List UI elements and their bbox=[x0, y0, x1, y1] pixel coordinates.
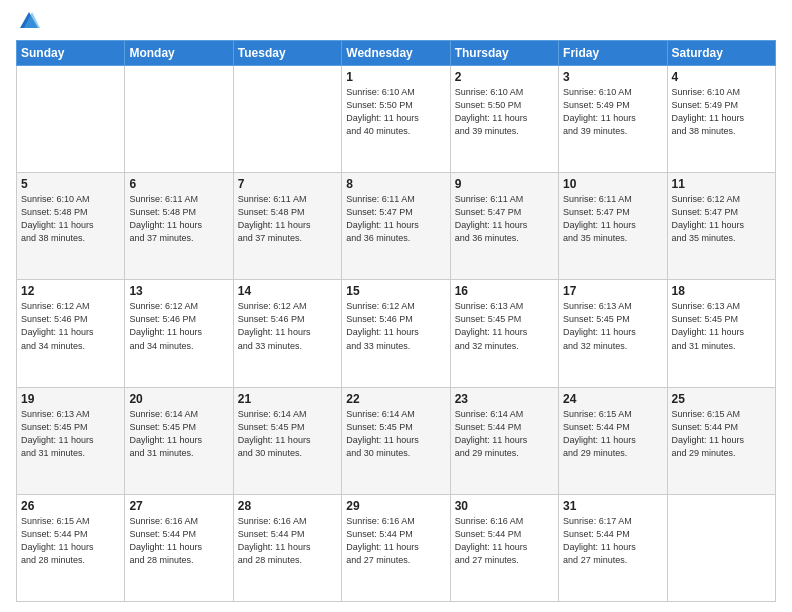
calendar-cell: 28Sunrise: 6:16 AM Sunset: 5:44 PM Dayli… bbox=[233, 494, 341, 601]
day-info: Sunrise: 6:12 AM Sunset: 5:46 PM Dayligh… bbox=[346, 300, 445, 352]
calendar-day-header: Wednesday bbox=[342, 41, 450, 66]
day-number: 9 bbox=[455, 177, 554, 191]
day-number: 28 bbox=[238, 499, 337, 513]
day-number: 26 bbox=[21, 499, 120, 513]
day-number: 15 bbox=[346, 284, 445, 298]
calendar-cell bbox=[17, 66, 125, 173]
day-number: 12 bbox=[21, 284, 120, 298]
calendar-cell: 17Sunrise: 6:13 AM Sunset: 5:45 PM Dayli… bbox=[559, 280, 667, 387]
calendar-cell: 6Sunrise: 6:11 AM Sunset: 5:48 PM Daylig… bbox=[125, 173, 233, 280]
calendar-cell: 1Sunrise: 6:10 AM Sunset: 5:50 PM Daylig… bbox=[342, 66, 450, 173]
day-info: Sunrise: 6:11 AM Sunset: 5:48 PM Dayligh… bbox=[129, 193, 228, 245]
calendar-cell: 10Sunrise: 6:11 AM Sunset: 5:47 PM Dayli… bbox=[559, 173, 667, 280]
calendar-cell: 15Sunrise: 6:12 AM Sunset: 5:46 PM Dayli… bbox=[342, 280, 450, 387]
day-number: 11 bbox=[672, 177, 771, 191]
calendar-cell: 5Sunrise: 6:10 AM Sunset: 5:48 PM Daylig… bbox=[17, 173, 125, 280]
day-info: Sunrise: 6:17 AM Sunset: 5:44 PM Dayligh… bbox=[563, 515, 662, 567]
day-number: 8 bbox=[346, 177, 445, 191]
day-info: Sunrise: 6:14 AM Sunset: 5:44 PM Dayligh… bbox=[455, 408, 554, 460]
calendar-cell: 11Sunrise: 6:12 AM Sunset: 5:47 PM Dayli… bbox=[667, 173, 775, 280]
calendar-cell: 30Sunrise: 6:16 AM Sunset: 5:44 PM Dayli… bbox=[450, 494, 558, 601]
day-number: 19 bbox=[21, 392, 120, 406]
day-info: Sunrise: 6:15 AM Sunset: 5:44 PM Dayligh… bbox=[563, 408, 662, 460]
day-number: 22 bbox=[346, 392, 445, 406]
calendar-cell: 26Sunrise: 6:15 AM Sunset: 5:44 PM Dayli… bbox=[17, 494, 125, 601]
calendar-cell: 2Sunrise: 6:10 AM Sunset: 5:50 PM Daylig… bbox=[450, 66, 558, 173]
calendar-week-row: 12Sunrise: 6:12 AM Sunset: 5:46 PM Dayli… bbox=[17, 280, 776, 387]
calendar-cell: 22Sunrise: 6:14 AM Sunset: 5:45 PM Dayli… bbox=[342, 387, 450, 494]
day-info: Sunrise: 6:11 AM Sunset: 5:47 PM Dayligh… bbox=[563, 193, 662, 245]
day-number: 3 bbox=[563, 70, 662, 84]
calendar-cell: 27Sunrise: 6:16 AM Sunset: 5:44 PM Dayli… bbox=[125, 494, 233, 601]
calendar-table: SundayMondayTuesdayWednesdayThursdayFrid… bbox=[16, 40, 776, 602]
calendar-day-header: Tuesday bbox=[233, 41, 341, 66]
day-info: Sunrise: 6:11 AM Sunset: 5:47 PM Dayligh… bbox=[346, 193, 445, 245]
calendar-cell: 7Sunrise: 6:11 AM Sunset: 5:48 PM Daylig… bbox=[233, 173, 341, 280]
day-info: Sunrise: 6:12 AM Sunset: 5:46 PM Dayligh… bbox=[129, 300, 228, 352]
day-info: Sunrise: 6:11 AM Sunset: 5:48 PM Dayligh… bbox=[238, 193, 337, 245]
calendar-cell bbox=[667, 494, 775, 601]
day-number: 27 bbox=[129, 499, 228, 513]
calendar-week-row: 19Sunrise: 6:13 AM Sunset: 5:45 PM Dayli… bbox=[17, 387, 776, 494]
calendar-cell: 31Sunrise: 6:17 AM Sunset: 5:44 PM Dayli… bbox=[559, 494, 667, 601]
day-info: Sunrise: 6:14 AM Sunset: 5:45 PM Dayligh… bbox=[346, 408, 445, 460]
calendar-cell: 19Sunrise: 6:13 AM Sunset: 5:45 PM Dayli… bbox=[17, 387, 125, 494]
day-number: 5 bbox=[21, 177, 120, 191]
day-info: Sunrise: 6:16 AM Sunset: 5:44 PM Dayligh… bbox=[129, 515, 228, 567]
day-info: Sunrise: 6:10 AM Sunset: 5:49 PM Dayligh… bbox=[672, 86, 771, 138]
calendar-day-header: Sunday bbox=[17, 41, 125, 66]
calendar-cell: 23Sunrise: 6:14 AM Sunset: 5:44 PM Dayli… bbox=[450, 387, 558, 494]
calendar-cell: 9Sunrise: 6:11 AM Sunset: 5:47 PM Daylig… bbox=[450, 173, 558, 280]
day-info: Sunrise: 6:16 AM Sunset: 5:44 PM Dayligh… bbox=[238, 515, 337, 567]
day-info: Sunrise: 6:13 AM Sunset: 5:45 PM Dayligh… bbox=[563, 300, 662, 352]
day-info: Sunrise: 6:12 AM Sunset: 5:47 PM Dayligh… bbox=[672, 193, 771, 245]
day-info: Sunrise: 6:10 AM Sunset: 5:50 PM Dayligh… bbox=[455, 86, 554, 138]
day-number: 25 bbox=[672, 392, 771, 406]
day-number: 17 bbox=[563, 284, 662, 298]
day-number: 24 bbox=[563, 392, 662, 406]
calendar-cell: 18Sunrise: 6:13 AM Sunset: 5:45 PM Dayli… bbox=[667, 280, 775, 387]
day-info: Sunrise: 6:13 AM Sunset: 5:45 PM Dayligh… bbox=[455, 300, 554, 352]
calendar-day-header: Thursday bbox=[450, 41, 558, 66]
calendar-cell bbox=[233, 66, 341, 173]
calendar-cell: 14Sunrise: 6:12 AM Sunset: 5:46 PM Dayli… bbox=[233, 280, 341, 387]
calendar-cell: 24Sunrise: 6:15 AM Sunset: 5:44 PM Dayli… bbox=[559, 387, 667, 494]
day-number: 31 bbox=[563, 499, 662, 513]
day-info: Sunrise: 6:16 AM Sunset: 5:44 PM Dayligh… bbox=[455, 515, 554, 567]
day-info: Sunrise: 6:12 AM Sunset: 5:46 PM Dayligh… bbox=[21, 300, 120, 352]
day-number: 2 bbox=[455, 70, 554, 84]
day-number: 20 bbox=[129, 392, 228, 406]
calendar-day-header: Monday bbox=[125, 41, 233, 66]
header bbox=[16, 10, 776, 32]
calendar-cell: 12Sunrise: 6:12 AM Sunset: 5:46 PM Dayli… bbox=[17, 280, 125, 387]
day-info: Sunrise: 6:15 AM Sunset: 5:44 PM Dayligh… bbox=[21, 515, 120, 567]
calendar-cell bbox=[125, 66, 233, 173]
day-number: 13 bbox=[129, 284, 228, 298]
day-number: 16 bbox=[455, 284, 554, 298]
calendar-day-header: Friday bbox=[559, 41, 667, 66]
calendar-week-row: 26Sunrise: 6:15 AM Sunset: 5:44 PM Dayli… bbox=[17, 494, 776, 601]
day-info: Sunrise: 6:10 AM Sunset: 5:49 PM Dayligh… bbox=[563, 86, 662, 138]
day-number: 21 bbox=[238, 392, 337, 406]
calendar-cell: 13Sunrise: 6:12 AM Sunset: 5:46 PM Dayli… bbox=[125, 280, 233, 387]
calendar-week-row: 1Sunrise: 6:10 AM Sunset: 5:50 PM Daylig… bbox=[17, 66, 776, 173]
calendar-cell: 4Sunrise: 6:10 AM Sunset: 5:49 PM Daylig… bbox=[667, 66, 775, 173]
logo bbox=[16, 10, 40, 32]
day-number: 6 bbox=[129, 177, 228, 191]
calendar-week-row: 5Sunrise: 6:10 AM Sunset: 5:48 PM Daylig… bbox=[17, 173, 776, 280]
day-number: 23 bbox=[455, 392, 554, 406]
calendar-header-row: SundayMondayTuesdayWednesdayThursdayFrid… bbox=[17, 41, 776, 66]
day-number: 14 bbox=[238, 284, 337, 298]
day-info: Sunrise: 6:15 AM Sunset: 5:44 PM Dayligh… bbox=[672, 408, 771, 460]
day-info: Sunrise: 6:13 AM Sunset: 5:45 PM Dayligh… bbox=[21, 408, 120, 460]
day-info: Sunrise: 6:16 AM Sunset: 5:44 PM Dayligh… bbox=[346, 515, 445, 567]
day-info: Sunrise: 6:10 AM Sunset: 5:48 PM Dayligh… bbox=[21, 193, 120, 245]
day-number: 1 bbox=[346, 70, 445, 84]
logo-icon bbox=[18, 10, 40, 32]
day-info: Sunrise: 6:11 AM Sunset: 5:47 PM Dayligh… bbox=[455, 193, 554, 245]
calendar-cell: 29Sunrise: 6:16 AM Sunset: 5:44 PM Dayli… bbox=[342, 494, 450, 601]
day-number: 29 bbox=[346, 499, 445, 513]
day-info: Sunrise: 6:13 AM Sunset: 5:45 PM Dayligh… bbox=[672, 300, 771, 352]
day-number: 18 bbox=[672, 284, 771, 298]
calendar-day-header: Saturday bbox=[667, 41, 775, 66]
